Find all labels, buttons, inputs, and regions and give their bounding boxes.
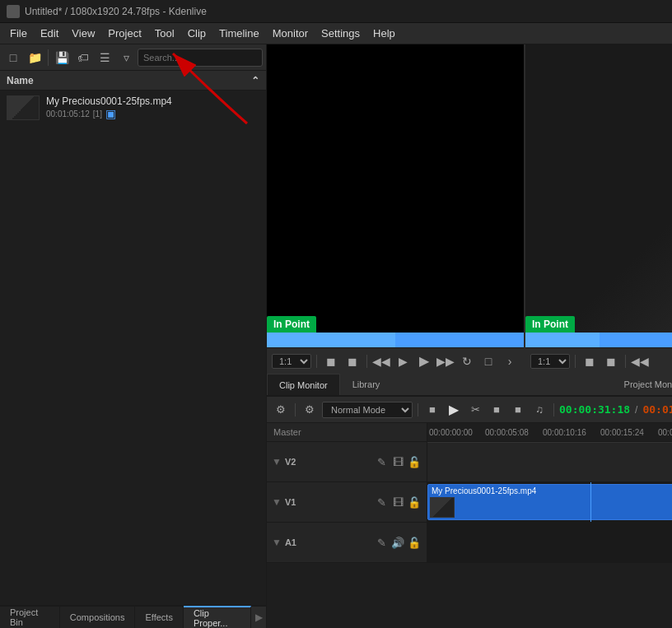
clip-in-point-btn[interactable]: ◼ [322, 352, 340, 370]
v1-lock-btn[interactable]: 🔓 [407, 495, 422, 509]
tab-more-button[interactable]: ▶ [251, 606, 266, 628]
project-rew-btn[interactable]: ◀◀ [631, 352, 649, 370]
v1-pencil-btn[interactable]: ✎ [374, 495, 389, 509]
track-v1: ▼ V1 ✎ 🎞 🔓 My Precious0001-25fps.mp4 [267, 482, 672, 523]
filter-button[interactable]: ▿ [116, 48, 136, 67]
menu-monitor[interactable]: Monitor [266, 25, 315, 42]
clip-name: My Precious0001-25fps.mp4 [46, 95, 259, 107]
ruler-content[interactable]: 00:00:00:00 00:00:05:08 00:00:10:16 00:0… [427, 423, 672, 441]
a1-content[interactable] [427, 523, 672, 562]
clip-out-point-btn[interactable]: ◼ [343, 352, 362, 370]
tab-clip-properties[interactable]: Clip Proper... [184, 606, 251, 628]
v1-collapse-icon[interactable]: ▼ [272, 496, 282, 508]
clip-fullscreen-btn[interactable]: □ [479, 352, 497, 370]
tab-clip-monitor[interactable]: Clip Monitor [267, 374, 340, 395]
timeline-tracks: Master 00:00:00:00 00:00:05:08 00:00:10:… [267, 423, 672, 628]
a1-label: A1 [285, 537, 296, 547]
menu-bar: File Edit View Project Tool Clip Timelin… [0, 23, 672, 44]
search-input[interactable] [138, 49, 263, 67]
clip-play-btn[interactable]: ▶ [415, 352, 433, 370]
v2-collapse-icon[interactable]: ▼ [272, 456, 282, 468]
menu-file[interactable]: File [3, 25, 34, 42]
track-a1-header: ▼ A1 ✎ 🔊 🔓 [267, 523, 427, 562]
tl-sep-1 [295, 403, 296, 416]
a1-speaker-btn[interactable]: 🔊 [390, 535, 405, 550]
v2-controls: ✎ 🎞 🔓 [374, 454, 422, 469]
menu-settings[interactable]: Settings [315, 25, 366, 42]
ripple-btn[interactable]: ■ [488, 401, 506, 419]
blade-btn[interactable]: ✂ [466, 401, 484, 419]
menu-timeline[interactable]: Timeline [212, 25, 266, 42]
monitor-area: In Point 1:1 ◼ ◼ ◀◀ ▶ ▶ ▶▶ [267, 44, 672, 374]
proj-mon-sep-1 [575, 355, 576, 368]
tab-project-monitor[interactable]: Project Monitor [612, 374, 672, 395]
open-folder-button[interactable]: 📁 [25, 48, 44, 67]
ruler-label-1: 00:00:05:08 [485, 428, 529, 437]
master-header: Master [267, 423, 427, 441]
master-label: Master [273, 427, 301, 437]
v1-content[interactable]: My Precious0001-25fps.mp4 [427, 482, 672, 522]
tl-sep-3 [553, 403, 554, 416]
audio-btn[interactable]: ♫ [530, 401, 548, 419]
clip-fwd-btn[interactable]: ▶▶ [436, 352, 455, 370]
menu-project[interactable]: Project [101, 25, 147, 42]
left-panel: □ 📁 💾 🏷 ☰ ▿ Name ⌃ My Precious0001-25fps… [0, 44, 267, 628]
project-monitor-ruler[interactable] [525, 333, 672, 347]
tab-effects[interactable]: Effects [135, 606, 183, 628]
bin-collapse-icon[interactable]: ⌃ [251, 75, 259, 86]
clip-loop-btn[interactable]: ↻ [458, 352, 476, 370]
title-bar: Untitled* / 1080x1920 24.78fps - Kdenliv… [0, 0, 672, 23]
a1-lock-btn[interactable]: 🔓 [407, 535, 422, 550]
ruler-label-3: 00:00:15:24 [600, 428, 644, 437]
a1-collapse-icon[interactable]: ▼ [272, 537, 282, 548]
tab-project-bin[interactable]: Project Bin [0, 606, 60, 628]
v2-pencil-btn[interactable]: ✎ [374, 454, 389, 469]
timeline-settings-btn[interactable]: ⚙ [272, 401, 290, 419]
v1-clip[interactable]: My Precious0001-25fps.mp4 [427, 484, 672, 520]
play-btn[interactable]: ▶ [445, 401, 463, 419]
project-in-btn[interactable]: ◼ [581, 352, 599, 370]
right-panel: In Point 1:1 ◼ ◼ ◀◀ ▶ ▶ ▶▶ [267, 44, 672, 628]
a1-pencil-btn[interactable]: ✎ [374, 535, 389, 550]
tab-library[interactable]: Library [340, 374, 393, 395]
main-layout: □ 📁 💾 🏷 ☰ ▿ Name ⌃ My Precious0001-25fps… [0, 44, 672, 628]
project-monitor-screen: In Point [525, 44, 672, 333]
clip-prev-btn[interactable]: ◀◀ [372, 352, 390, 370]
clip-ratio-select[interactable]: 1:1 [272, 354, 311, 369]
clip-item[interactable]: My Precious0001-25fps.mp4 00:01:05:12 [1… [2, 92, 264, 123]
list-view-button[interactable]: ☰ [95, 48, 114, 67]
snap-btn[interactable]: ■ [423, 401, 441, 419]
title-text: Untitled* / 1080x1920 24.78fps - Kdenliv… [25, 6, 207, 17]
v2-film-btn[interactable]: 🎞 [390, 454, 405, 469]
menu-edit[interactable]: Edit [34, 25, 65, 42]
save-button[interactable]: 💾 [52, 48, 72, 67]
track-a1: ▼ A1 ✎ 🔊 🔓 [267, 523, 672, 563]
timeline-mode-select[interactable]: Normal Mode [322, 402, 413, 418]
v2-content[interactable] [427, 442, 672, 481]
menu-tool[interactable]: Tool [148, 25, 181, 42]
tag-button[interactable]: 🏷 [73, 48, 93, 67]
v2-lock-btn[interactable]: 🔓 [407, 454, 422, 469]
timeline-ruler-row: Master 00:00:00:00 00:00:05:08 00:00:10:… [267, 423, 672, 442]
project-ratio-select[interactable]: 1:1 [530, 354, 570, 369]
slip-btn[interactable]: ■ [509, 401, 527, 419]
project-out-btn[interactable]: ◼ [602, 352, 620, 370]
clip-more-btn[interactable]: › [501, 352, 519, 370]
toolbar-separator-1 [48, 49, 49, 66]
track-v2-header: ▼ V2 ✎ 🎞 🔓 [267, 442, 427, 481]
ruler-label-0: 00:00:00:00 [429, 428, 473, 437]
tl-sep-2 [418, 403, 418, 416]
timeline-config-btn[interactable]: ⚙ [301, 401, 319, 419]
menu-view[interactable]: View [65, 25, 101, 42]
tab-compositions[interactable]: Compositions [60, 606, 136, 628]
clip-monitor-controls: 1:1 ◼ ◼ ◀◀ ▶ ▶ ▶▶ ↻ □ › [267, 347, 524, 374]
track-v2: ▼ V2 ✎ 🎞 🔓 [267, 442, 672, 482]
clip-monitor-screen: In Point [267, 44, 524, 333]
clip-monitor-ruler[interactable] [267, 333, 524, 347]
menu-clip[interactable]: Clip [181, 25, 212, 42]
new-clip-button[interactable]: □ [3, 48, 23, 67]
menu-help[interactable]: Help [366, 25, 402, 42]
clip-rew-btn[interactable]: ▶ [394, 352, 412, 370]
v1-film-btn[interactable]: 🎞 [390, 495, 405, 509]
clip-in-point-badge: In Point [267, 316, 316, 333]
